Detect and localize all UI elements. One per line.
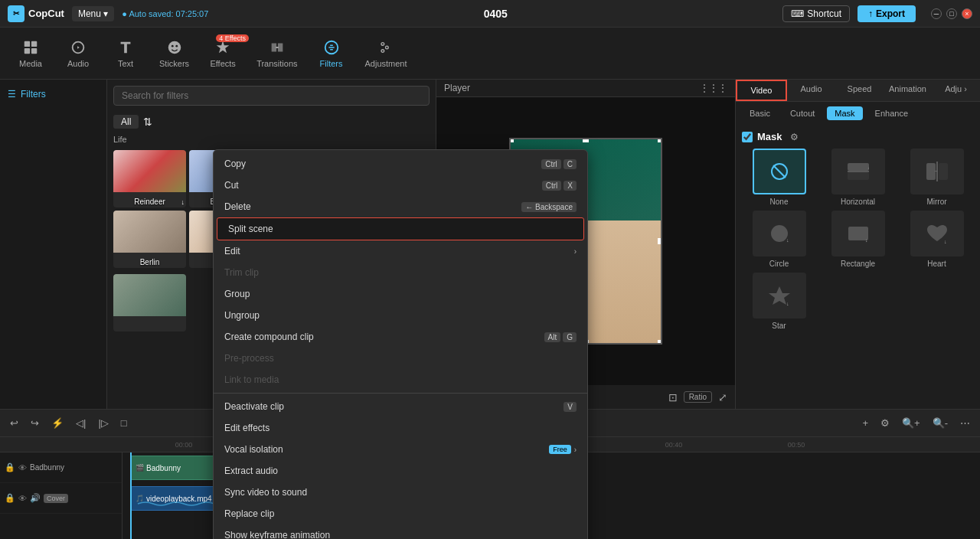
edge-handle-right[interactable] <box>658 238 662 244</box>
corner-handle-tl[interactable] <box>509 138 514 142</box>
crop-icon[interactable]: ⊡ <box>668 391 678 403</box>
right-panel: Video Audio Speed Animation Adju › Basic… <box>735 80 980 409</box>
ratio-button[interactable]: Ratio <box>684 391 712 403</box>
toolbar-adjustment[interactable]: Adjustment <box>356 34 416 73</box>
mask-checkbox[interactable] <box>742 132 753 142</box>
mask-label-star: Star <box>772 322 786 330</box>
mask-item-heart[interactable]: ↓ Heart <box>900 211 974 268</box>
audio-label: Audio <box>67 59 89 68</box>
split-button[interactable]: ⚡ <box>47 415 67 431</box>
tab-animation[interactable]: Animation <box>884 80 932 101</box>
maximize-button[interactable]: □ <box>946 8 957 19</box>
cm-group[interactable]: Group <box>214 283 587 305</box>
cm-create-compound[interactable]: Create compound clip Alt G <box>214 326 587 348</box>
project-title: 0405 <box>216 8 775 20</box>
corner-handle-tr[interactable] <box>658 138 662 142</box>
cm-cut[interactable]: Cut Ctrl X <box>214 175 587 196</box>
all-filters-label[interactable]: All <box>113 115 139 129</box>
filters-icon <box>323 39 340 56</box>
zoom-in-button[interactable]: 🔍+ <box>898 415 924 431</box>
cm-deactivate-clip[interactable]: Deactivate clip V <box>214 396 587 417</box>
mask-item-mirror[interactable]: ↔ Mirror <box>900 149 974 206</box>
sidebar-item-filters[interactable]: ☰ Filters <box>0 86 106 103</box>
eye-icon-video[interactable]: 👁 <box>18 463 27 472</box>
cm-extract-audio[interactable]: Extract audio <box>214 460 587 482</box>
filter-reindeer[interactable]: Reindeer ↓ <box>113 150 186 207</box>
toolbar-media[interactable]: Media <box>8 34 54 73</box>
tab-audio[interactable]: Audio <box>787 80 835 101</box>
minimize-button[interactable]: ─ <box>931 8 942 19</box>
player-menu-icon[interactable]: ⋮⋮⋮ <box>700 83 727 93</box>
cm-sync-label: Sync video to sound <box>224 487 307 498</box>
left-panel: ☰ Filters <box>0 80 107 409</box>
audio-mute-icon[interactable]: 🔊 <box>30 493 41 503</box>
undo-button[interactable]: ↩ <box>6 415 22 431</box>
svg-point-8 <box>381 42 384 45</box>
toolbar-transitions[interactable]: Transitions <box>247 34 306 73</box>
toolbar-stickers[interactable]: Stickers <box>150 34 198 73</box>
stickers-icon <box>166 39 183 56</box>
cm-replace-label: Replace clip <box>224 508 274 519</box>
cm-copy[interactable]: Copy Ctrl C <box>214 153 587 175</box>
mask-item-circle[interactable]: ↓ Circle <box>742 211 816 268</box>
cm-show-keyframe[interactable]: Show keyframe animation <box>214 524 587 539</box>
filters-label: Filters <box>320 59 343 68</box>
edge-handle-top[interactable] <box>583 138 589 142</box>
cm-key-v: V <box>564 402 577 412</box>
mask-item-horizontal[interactable]: ↓ Horizontal <box>821 149 895 206</box>
tab-video[interactable]: Video <box>736 80 787 101</box>
lock-icon-video[interactable]: 🔒 <box>5 462 15 472</box>
cm-vocal-isolation[interactable]: Vocal isolation Free › <box>214 439 587 460</box>
filter-8[interactable] <box>113 274 186 332</box>
toolbar-filters[interactable]: Filters <box>309 34 354 73</box>
toolbar-effects[interactable]: Effects 4 Effects <box>200 34 246 73</box>
filter-sort-icon[interactable]: ⇅ <box>143 116 152 128</box>
cut-left-button[interactable]: ◁| <box>72 415 90 431</box>
cover-button[interactable]: Cover <box>44 494 68 503</box>
filter-search-input[interactable] <box>113 86 430 106</box>
subtab-enhance[interactable]: Enhance <box>867 106 916 120</box>
subtab-mask[interactable]: Mask <box>827 106 862 120</box>
mask-icon-none <box>753 149 806 194</box>
redo-button[interactable]: ↪ <box>27 415 43 431</box>
cm-edit-effects[interactable]: Edit effects <box>214 417 587 439</box>
lock-icon-audio[interactable]: 🔒 <box>5 493 15 503</box>
mask-item-none[interactable]: None <box>742 149 816 206</box>
rectangle-shape: ↓ <box>844 222 872 245</box>
cm-ungroup-label: Ungroup <box>224 310 260 321</box>
subtab-cutout[interactable]: Cutout <box>782 106 822 120</box>
mask-item-star[interactable]: ↓ Star <box>742 273 816 330</box>
transitions-icon <box>269 39 286 56</box>
export-button[interactable]: ↑ Export <box>858 5 916 22</box>
tab-speed[interactable]: Speed <box>835 80 884 101</box>
cm-delete[interactable]: Delete ← Backspace <box>214 196 587 217</box>
eye-icon-audio[interactable]: 👁 <box>18 494 27 503</box>
filter-berlin[interactable]: Berlin <box>113 211 186 268</box>
corner-handle-br[interactable] <box>658 340 662 345</box>
svg-text:↓: ↓ <box>786 301 789 306</box>
fullscreen-icon[interactable]: ⤢ <box>718 391 727 403</box>
tl-settings[interactable]: ⚙ <box>877 415 893 431</box>
add-track-button[interactable]: + <box>858 415 872 431</box>
menu-button[interactable]: Menu ▾ <box>72 6 114 21</box>
cm-ungroup[interactable]: Ungroup <box>214 305 587 326</box>
cm-sync-video[interactable]: Sync video to sound <box>214 482 587 503</box>
filters-sidebar-icon: ☰ <box>8 89 16 100</box>
cut-right-button[interactable]: |▷ <box>94 415 112 431</box>
tab-adjust[interactable]: Adju › <box>932 80 980 101</box>
cm-split-scene[interactable]: Split scene <box>217 217 584 240</box>
delete-clip-button[interactable]: □ <box>117 415 131 431</box>
svg-text:↓: ↓ <box>944 239 947 244</box>
toolbar-audio[interactable]: Audio <box>55 34 101 73</box>
effects-label: Effects <box>210 59 235 68</box>
cm-edit[interactable]: Edit › <box>214 240 587 262</box>
close-button[interactable]: × <box>962 8 972 19</box>
shortcut-button[interactable]: ⌨ Shortcut <box>782 5 850 22</box>
mask-item-rectangle[interactable]: ↓ Rectangle <box>821 211 895 268</box>
zoom-out-button[interactable]: 🔍- <box>929 415 952 431</box>
toolbar-text[interactable]: Text <box>103 34 149 73</box>
tl-more[interactable]: ⋯ <box>956 415 974 431</box>
svg-text:↓: ↓ <box>867 165 870 170</box>
cm-replace-clip[interactable]: Replace clip <box>214 503 587 524</box>
subtab-basic[interactable]: Basic <box>742 106 778 120</box>
